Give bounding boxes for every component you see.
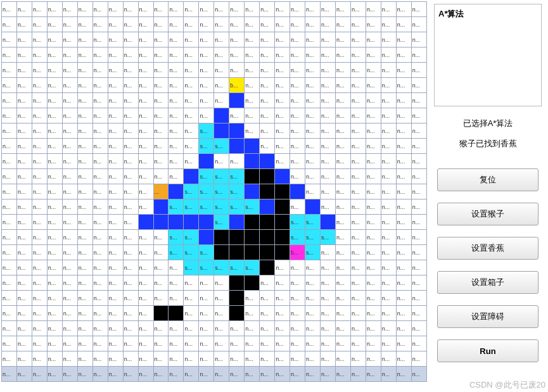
- grid-cell[interactable]: n...: [138, 291, 153, 306]
- grid-cell[interactable]: n...: [123, 139, 138, 154]
- grid-cell[interactable]: s...: [184, 230, 199, 245]
- grid-cell[interactable]: n...: [123, 78, 138, 93]
- grid-cell[interactable]: n...: [411, 275, 426, 291]
- grid-cell[interactable]: n...: [229, 32, 245, 47]
- grid-cell[interactable]: n...: [260, 2, 275, 17]
- grid-cell[interactable]: n...: [396, 351, 411, 367]
- grid-cell[interactable]: [275, 230, 290, 245]
- grid-cell[interactable]: n...: [275, 32, 290, 47]
- grid-cell[interactable]: n...: [2, 169, 17, 184]
- grid-cell[interactable]: n...: [411, 154, 426, 169]
- grid-cell[interactable]: s...: [184, 260, 199, 275]
- grid-cell[interactable]: n...: [47, 275, 62, 291]
- grid-cell[interactable]: n...: [396, 123, 411, 139]
- grid-cell[interactable]: n...: [153, 367, 169, 382]
- grid-cell[interactable]: n...: [184, 306, 199, 321]
- grid-cell[interactable]: n...: [169, 123, 184, 139]
- grid-cell[interactable]: n...: [305, 367, 321, 382]
- grid-cell[interactable]: n...: [381, 291, 396, 306]
- grid-cell[interactable]: n...: [214, 154, 229, 169]
- grid-cell[interactable]: n...: [321, 367, 336, 382]
- grid-cell[interactable]: n...: [335, 351, 350, 367]
- grid-cell[interactable]: n...: [62, 184, 77, 199]
- grid-cell[interactable]: n...: [16, 78, 32, 93]
- grid-cell[interactable]: n...: [184, 93, 199, 108]
- grid-cell[interactable]: n...: [184, 63, 199, 78]
- grid-cell[interactable]: n...: [275, 17, 290, 32]
- grid-cell[interactable]: n...: [32, 321, 47, 336]
- grid-cell[interactable]: n...: [245, 63, 260, 78]
- grid-cell[interactable]: n...: [123, 154, 138, 169]
- grid-cell[interactable]: n...: [396, 154, 411, 169]
- grid-cell[interactable]: n...: [381, 260, 396, 275]
- grid-cell[interactable]: n...: [396, 17, 411, 32]
- grid-cell[interactable]: n...: [169, 336, 184, 351]
- grid-cell[interactable]: n...: [275, 139, 290, 154]
- grid-cell[interactable]: n...: [366, 367, 381, 382]
- grid-cell[interactable]: n...: [275, 93, 290, 108]
- grid-cell[interactable]: n...: [366, 275, 381, 291]
- grid-cell[interactable]: [275, 184, 290, 199]
- grid-cell[interactable]: n...: [381, 169, 396, 184]
- grid-cell[interactable]: n...: [214, 351, 229, 367]
- grid-cell[interactable]: n...: [2, 93, 17, 108]
- grid-cell[interactable]: n...: [123, 184, 138, 199]
- grid-cell[interactable]: n...: [260, 139, 275, 154]
- grid-cell[interactable]: n...: [335, 17, 350, 32]
- grid-cell[interactable]: n...: [321, 275, 336, 291]
- grid-cell[interactable]: n...: [32, 47, 47, 63]
- grid-cell[interactable]: n...: [275, 321, 290, 336]
- grid-cell[interactable]: n...: [169, 63, 184, 78]
- grid-cell[interactable]: n...: [199, 291, 214, 306]
- grid-cell[interactable]: n...: [169, 78, 184, 93]
- grid-cell[interactable]: n...: [77, 169, 92, 184]
- grid-cell[interactable]: n...: [366, 47, 381, 63]
- grid-cell[interactable]: n...: [108, 367, 123, 382]
- grid-cell[interactable]: n...: [350, 47, 366, 63]
- grid-cell[interactable]: n...: [2, 32, 17, 47]
- grid-cell[interactable]: n...: [92, 108, 108, 123]
- grid-cell[interactable]: [153, 306, 169, 321]
- grid-cell[interactable]: n...: [169, 108, 184, 123]
- grid-cell[interactable]: n...: [138, 47, 153, 63]
- grid-cell[interactable]: n...: [214, 17, 229, 32]
- grid-cell[interactable]: n...: [290, 154, 305, 169]
- grid-cell[interactable]: n...: [32, 260, 47, 275]
- grid-cell[interactable]: s...: [290, 230, 305, 245]
- grid-cell[interactable]: n...: [138, 275, 153, 291]
- grid-cell[interactable]: n...: [108, 321, 123, 336]
- grid-cell[interactable]: n...: [32, 291, 47, 306]
- grid-cell[interactable]: n...: [169, 321, 184, 336]
- grid-cell[interactable]: n...: [153, 169, 169, 184]
- grid-cell[interactable]: n...: [138, 260, 153, 275]
- grid-cell[interactable]: n...: [366, 306, 381, 321]
- grid-cell[interactable]: n...: [366, 321, 381, 336]
- grid-cell[interactable]: n...: [77, 47, 92, 63]
- grid-cell[interactable]: n...: [47, 306, 62, 321]
- grid-cell[interactable]: n...: [245, 123, 260, 139]
- grid-cell[interactable]: n...: [350, 93, 366, 108]
- grid-cell[interactable]: [260, 199, 275, 215]
- grid-cell[interactable]: n...: [169, 47, 184, 63]
- grid-cell[interactable]: n...: [47, 78, 62, 93]
- grid-cell[interactable]: n...: [260, 306, 275, 321]
- grid-cell[interactable]: n...: [47, 63, 62, 78]
- grid-cell[interactable]: n...: [229, 367, 245, 382]
- grid-cell[interactable]: n...: [366, 260, 381, 275]
- grid-cell[interactable]: [229, 139, 245, 154]
- grid-cell[interactable]: n...: [138, 108, 153, 123]
- grid-cell[interactable]: [275, 215, 290, 230]
- grid-cell[interactable]: n...: [381, 47, 396, 63]
- grid-cell[interactable]: n...: [381, 63, 396, 78]
- grid-cell[interactable]: n...: [396, 275, 411, 291]
- grid-cell[interactable]: n...: [350, 230, 366, 245]
- grid-cell[interactable]: n...: [2, 108, 17, 123]
- grid-cell[interactable]: n...: [32, 199, 47, 215]
- grid-cell[interactable]: n...: [2, 275, 17, 291]
- grid-cell[interactable]: n...: [92, 93, 108, 108]
- grid-cell[interactable]: n...: [335, 154, 350, 169]
- grid-cell[interactable]: n...: [214, 93, 229, 108]
- grid-cell[interactable]: n...: [335, 139, 350, 154]
- grid-cell[interactable]: n...: [199, 2, 214, 17]
- grid-cell[interactable]: n...: [321, 2, 336, 17]
